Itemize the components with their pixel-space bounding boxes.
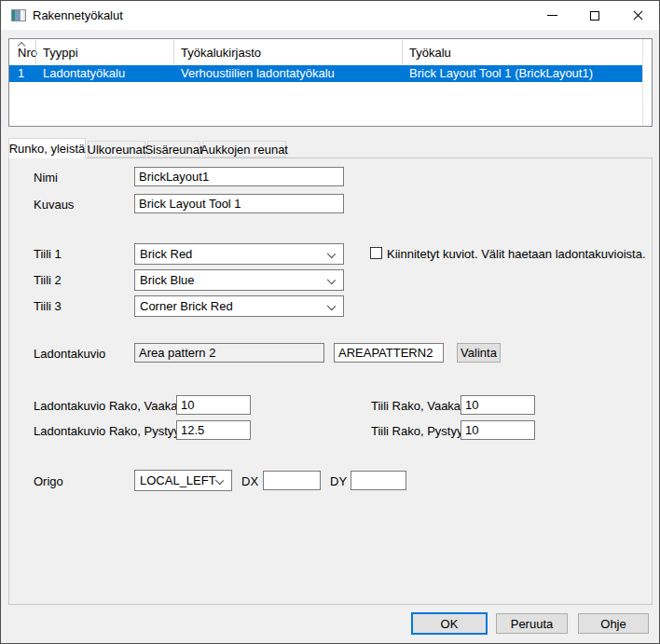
tiili2-label: Tiili 2 [34, 273, 62, 287]
nimi-field[interactable] [134, 167, 344, 186]
tiili3-label: Tiili 3 [34, 299, 62, 313]
chevron-down-icon [327, 302, 336, 310]
tiili1-select[interactable]: Brick Red [134, 243, 344, 265]
chevron-down-icon [215, 476, 224, 485]
caption-buttons [530, 1, 659, 30]
cell-tyyppi: Ladontatyökalu [43, 66, 125, 80]
tab-ulkoreunat[interactable]: Ulkoreunat [88, 141, 145, 158]
valinta-button[interactable]: Valinta [457, 343, 501, 363]
table-row-selected[interactable]: 1 Ladontatyökalu Verhoustiilien ladontat… [9, 65, 642, 82]
tab-sisareunat[interactable]: Sisäreunat [147, 141, 200, 158]
kiinnitetyt-kuviot-label: Kiinnitetyt kuviot. Välit haetaan ladont… [387, 247, 646, 261]
maximize-icon [590, 11, 599, 21]
tiili3-value: Corner Brick Red [140, 299, 233, 313]
tiili2-select[interactable]: Brick Blue [134, 269, 344, 291]
tab-runko-yleista[interactable]: Runko, yleistä [8, 138, 86, 158]
cell-tyokalu: Brick Layout Tool 1 (BrickLayout1) [409, 66, 593, 80]
origo-label: Origo [34, 474, 63, 488]
ladontakuvio-rako-vaakaan-label: Ladontakuvio Rako, Vaakaan [34, 399, 191, 413]
ladontakuvio-label: Ladontakuvio [34, 347, 105, 361]
tiili1-value: Brick Red [140, 247, 192, 261]
app-icon [11, 9, 26, 21]
ok-button[interactable]: OK [411, 612, 488, 635]
nimi-label: Nimi [34, 171, 58, 185]
tab-aukkojen-reunat[interactable]: Aukkojen reunat [202, 141, 286, 158]
ladontakuvio-rako-pystyyn-label: Ladontakuvio Rako, Pystyyn [34, 424, 186, 438]
ladontakuvio-name-field[interactable] [134, 343, 324, 363]
column-divider[interactable] [35, 40, 36, 64]
peruuta-button[interactable]: Peruuta [496, 613, 568, 634]
window-title: Rakennetyökalut [33, 8, 123, 22]
tiili3-select[interactable]: Corner Brick Red [134, 295, 344, 317]
ladontakuvio-rako-vaakaan-field[interactable] [176, 395, 251, 415]
tiili2-value: Brick Blue [140, 273, 195, 287]
tiili-rako-pystyyn-field[interactable] [461, 420, 535, 440]
cell-nro: 1 [18, 66, 24, 80]
tiili1-label: Tiili 1 [34, 247, 62, 261]
origo-select[interactable]: LOCAL_LEFT [134, 470, 232, 491]
tab-panel [8, 158, 653, 605]
origo-value: LOCAL_LEFT [140, 473, 216, 487]
maximize-button[interactable] [573, 1, 616, 30]
close-button[interactable] [616, 1, 659, 30]
tab-strip: Runko, yleistä Ulkoreunat Sisäreunat Auk… [8, 138, 653, 158]
ohje-button[interactable]: Ohje [578, 613, 649, 634]
column-divider[interactable] [173, 40, 174, 64]
column-divider[interactable] [642, 39, 643, 126]
chevron-down-icon [327, 276, 336, 284]
kuvaus-field[interactable] [134, 194, 344, 213]
column-header-tyyppi[interactable]: Tyyppi [43, 39, 173, 65]
dx-field[interactable] [263, 471, 321, 490]
dx-label: DX [241, 474, 258, 488]
dialog-rakennetyokalut: Rakennetyökalut Nro Tyyppi Työkalukirjas… [0, 0, 660, 644]
kiinnitetyt-kuviot-checkbox[interactable] [370, 247, 382, 259]
title-bar[interactable]: Rakennetyökalut [1, 1, 659, 30]
close-icon [633, 10, 643, 21]
minimize-icon [547, 15, 557, 16]
chevron-down-icon [327, 250, 336, 258]
ladontakuvio-code-field[interactable] [334, 343, 444, 363]
dy-label: DY [330, 474, 347, 488]
column-divider[interactable] [402, 40, 403, 64]
tiili-rako-pystyyn-label: Tiili Rako, Pystyyn [371, 424, 470, 438]
tiili-rako-vaakaan-field[interactable] [461, 395, 535, 415]
tool-list: Nro Tyyppi Työkalukirjasto Työkalu 1 Lad… [8, 38, 653, 127]
column-header-tyokalukirjasto[interactable]: Työkalukirjasto [181, 39, 402, 65]
minimize-button[interactable] [530, 1, 573, 30]
column-header-nro[interactable]: Nro [18, 39, 35, 65]
cell-tyokalukirjasto: Verhoustiilien ladontatyökalu [181, 66, 335, 80]
column-header-tyokalu[interactable]: Työkalu [409, 39, 640, 65]
kuvaus-label: Kuvaus [34, 198, 74, 212]
tiili-rako-vaakaan-label: Tiili Rako, Vaakaan [371, 399, 474, 413]
dy-field[interactable] [351, 471, 406, 490]
ladontakuvio-rako-pystyyn-field[interactable] [176, 420, 251, 440]
